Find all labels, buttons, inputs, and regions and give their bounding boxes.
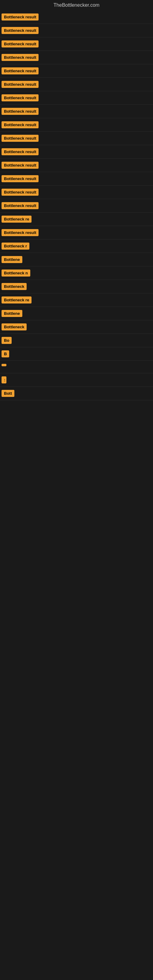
bottleneck-badge[interactable]: Bottleneck re [2,296,32,304]
item-content [6,364,151,370]
list-item: Bottleneck result [0,64,153,78]
bottleneck-badge[interactable]: Bottleneck result [2,162,38,169]
bottleneck-badge[interactable]: Bottleneck result [2,175,38,182]
bottleneck-badge[interactable]: : [2,376,6,383]
list-item: Bottleneck result [0,24,153,37]
list-item: Bottlene [0,307,153,320]
item-content [22,310,151,316]
list-item [0,361,153,373]
site-title: TheBottlenecker.com [0,0,153,10]
item-content [38,54,151,60]
list-item: Bottleneck [0,280,153,293]
item-content [22,256,151,262]
bottleneck-badge[interactable]: Bottleneck result [2,40,38,48]
item-content [38,40,151,46]
item-content [32,296,151,302]
bottleneck-badge[interactable]: Bo [2,337,12,344]
bottleneck-badge[interactable] [2,364,6,366]
list-item: Bottleneck result [0,37,153,51]
item-content [9,350,151,356]
list-item: Bottleneck result [0,51,153,64]
list-item: Bottleneck result [0,105,153,118]
bottleneck-badge[interactable]: Bottleneck result [2,108,38,115]
item-content [38,81,151,87]
bottleneck-badge[interactable]: Bottleneck result [2,189,38,196]
list-item: Bottleneck result [0,226,153,240]
item-content [38,121,151,127]
item-content [29,243,151,249]
bottleneck-badge[interactable]: Bottleneck result [2,81,38,88]
list-item: Bottleneck result [0,91,153,105]
list-item: Bottleneck result [0,10,153,24]
list-item: Bott [0,387,153,400]
item-content [27,283,151,289]
bottleneck-badge[interactable]: Bottleneck result [2,121,38,128]
item-content [38,13,151,20]
bottleneck-badge[interactable]: Bottlene [2,310,22,317]
item-content [38,175,151,181]
list-item: Bo [0,334,153,347]
list-item: : [0,373,153,387]
list-item: Bottleneck re [0,293,153,307]
list-item: Bottleneck result [0,172,153,186]
bottleneck-badge[interactable]: Bottleneck result [2,135,38,142]
item-content [30,269,151,275]
bottleneck-badge[interactable]: Bottleneck [2,283,27,290]
list-item: Bottleneck n [0,266,153,280]
item-content [27,323,151,329]
bottleneck-badge[interactable]: Bottleneck result [2,148,38,155]
list-item: Bottleneck result [0,145,153,159]
item-content [12,337,151,343]
list-item: Bottleneck result [0,132,153,145]
item-content [38,162,151,168]
list-item: Bottleneck result [0,199,153,213]
item-content [38,202,151,208]
list-item: Bottleneck re [0,213,153,226]
bottleneck-badge[interactable]: Bottleneck n [2,269,30,277]
item-content [38,229,151,235]
item-content [38,148,151,154]
list-item: Bottleneck result [0,78,153,91]
bottleneck-badge[interactable]: Bottlene [2,256,22,263]
item-content [38,67,151,73]
bottleneck-badge[interactable]: Bottleneck result [2,67,38,75]
bottleneck-badge[interactable]: Bottleneck result [2,27,38,34]
bottleneck-badge[interactable]: Bottleneck result [2,202,38,209]
list-item: Bottleneck result [0,118,153,132]
bottleneck-badge[interactable]: Bottleneck result [2,54,38,61]
item-content [38,27,151,33]
list-item: Bottlene [0,253,153,266]
bottleneck-badge[interactable]: Bottleneck result [2,94,38,101]
bottleneck-badge[interactable]: Bott [2,390,14,397]
list-item: Bottleneck result [0,186,153,199]
list-item: B [0,347,153,361]
list-item: Bottleneck result [0,159,153,172]
item-content [6,376,151,382]
bottleneck-badge[interactable]: Bottleneck [2,323,27,331]
bottleneck-badge[interactable]: Bottleneck result [2,13,38,21]
bottleneck-badge[interactable]: Bottleneck r [2,243,29,250]
bottleneck-badge[interactable]: Bottleneck result [2,229,38,236]
item-content [38,135,151,141]
item-content [38,108,151,114]
list-item: Bottleneck r [0,240,153,253]
item-content [32,216,151,222]
item-content [38,189,151,195]
bottleneck-badge[interactable]: B [2,350,9,357]
bottleneck-badge[interactable]: Bottleneck re [2,216,32,223]
item-content [38,94,151,100]
list-item: Bottleneck [0,320,153,334]
item-content [14,390,151,396]
